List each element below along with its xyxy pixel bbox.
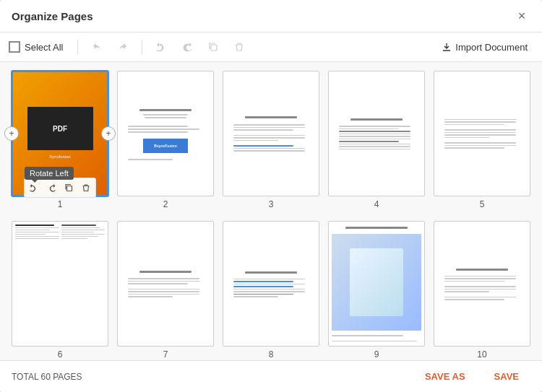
copy-toolbar-button[interactable] xyxy=(203,37,223,57)
page-thumb-9[interactable] xyxy=(328,221,425,347)
page-item[interactable]: 10 xyxy=(434,221,530,360)
page-item[interactable]: 7 xyxy=(117,221,214,360)
page-number-2: 2 xyxy=(163,199,168,209)
page-thumb-6[interactable] xyxy=(12,221,108,347)
page-thumb-wrapper-2: BsyncFusion xyxy=(117,71,214,196)
redo-button[interactable] xyxy=(113,37,133,57)
page-number-4: 4 xyxy=(374,199,379,209)
save-as-button[interactable]: SAVE AS xyxy=(413,367,477,386)
page-item[interactable]: 8 xyxy=(223,221,319,360)
toolbar-divider-2 xyxy=(142,40,142,54)
dialog-title: Organize Pages xyxy=(12,10,93,22)
page-number-8: 8 xyxy=(269,349,274,360)
page-thumb-wrapper-5 xyxy=(434,71,530,196)
page-item[interactable]: BsyncFusion 2 xyxy=(117,71,214,209)
page-rotate-right-button[interactable] xyxy=(43,180,59,196)
page-delete-button[interactable] xyxy=(78,180,94,196)
page-item[interactable]: + PDF Syncfusion + Rotate Left xyxy=(12,71,108,209)
page-thumb-wrapper-7 xyxy=(117,221,214,347)
dialog-header: Organize Pages × xyxy=(0,0,542,32)
delete-toolbar-button[interactable] xyxy=(229,37,249,57)
organize-pages-dialog: Organize Pages × Select All Impor xyxy=(0,0,542,392)
rotate-left-toolbar-button[interactable] xyxy=(151,37,171,57)
page-item[interactable]: 3 xyxy=(223,71,319,209)
dialog-footer: TOTAL 60 PAGES SAVE AS SAVE xyxy=(0,360,542,392)
page-number-5: 5 xyxy=(480,199,485,209)
page-thumb-10[interactable] xyxy=(434,221,530,347)
select-all-checkbox[interactable] xyxy=(9,41,20,53)
import-document-button[interactable]: Import Document xyxy=(436,39,533,56)
page-thumb-wrapper-3 xyxy=(223,71,319,196)
page-item[interactable]: 9 xyxy=(328,221,425,360)
page-thumb-wrapper-6 xyxy=(12,221,108,347)
import-label: Import Document xyxy=(455,42,528,53)
page-item[interactable]: 6 xyxy=(12,221,108,360)
page-thumb-4[interactable] xyxy=(328,71,425,196)
page-number-9: 9 xyxy=(374,349,379,360)
page-thumb-wrapper-8 xyxy=(223,221,319,347)
undo-button[interactable] xyxy=(87,37,107,57)
page-thumb-wrapper-9 xyxy=(328,221,425,347)
page-thumb-wrapper-10 xyxy=(434,221,530,347)
page-copy-button[interactable] xyxy=(61,180,77,196)
page-thumb-wrapper-4 xyxy=(328,71,425,196)
svg-rect-1 xyxy=(67,186,72,191)
page-number-6: 6 xyxy=(58,349,63,360)
select-all-label[interactable]: Select All xyxy=(25,42,63,53)
page-thumb-8[interactable] xyxy=(223,221,319,347)
add-after-button-1[interactable]: + xyxy=(101,126,116,141)
page-item[interactable]: 5 xyxy=(434,71,530,209)
total-pages-label: TOTAL 60 PAGES xyxy=(12,372,82,382)
page-rotate-left-button[interactable] xyxy=(26,180,42,196)
rotate-right-toolbar-button[interactable] xyxy=(177,37,197,57)
page-thumb-3[interactable] xyxy=(223,71,319,196)
page-number-3: 3 xyxy=(269,199,274,209)
add-before-button-1[interactable]: + xyxy=(4,126,19,141)
page-thumb-2[interactable]: BsyncFusion xyxy=(117,71,214,196)
svg-rect-0 xyxy=(211,45,217,51)
page-number-10: 10 xyxy=(477,349,486,360)
select-all-area: Select All xyxy=(9,41,63,53)
page-actions-1: Rotate Left xyxy=(24,178,96,198)
pages-grid: + PDF Syncfusion + Rotate Left xyxy=(12,71,530,360)
page-thumb-7[interactable] xyxy=(117,221,214,347)
toolbar: Select All Import Document xyxy=(0,32,542,62)
close-button[interactable]: × xyxy=(513,7,530,25)
pages-container: + PDF Syncfusion + Rotate Left xyxy=(0,62,542,360)
toolbar-divider-1 xyxy=(77,40,78,54)
page-thumb-wrapper-1: + PDF Syncfusion + Rotate Left xyxy=(12,71,108,196)
page-item[interactable]: 4 xyxy=(328,71,425,209)
page-number-7: 7 xyxy=(163,349,168,360)
footer-buttons: SAVE AS SAVE xyxy=(413,367,530,386)
page-thumb-5[interactable] xyxy=(434,71,530,196)
page-number-1: 1 xyxy=(58,199,63,209)
save-button[interactable]: SAVE xyxy=(483,367,530,386)
